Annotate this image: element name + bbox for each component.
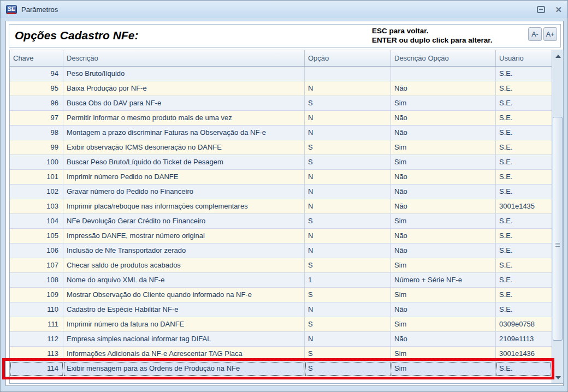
column-header-descricao-opcao[interactable]: Descrição Opção xyxy=(391,50,496,66)
cell-opcao: S xyxy=(305,214,391,229)
cell-opcao: N xyxy=(305,199,391,214)
table-row[interactable]: 101Imprimir número Pedido no DANFENNãoS.… xyxy=(10,170,552,185)
table-row[interactable]: 112Empresa simples nacional informar tag… xyxy=(10,332,552,347)
cell-descricao-opcao: Não xyxy=(391,243,496,258)
hint-esc: ESC para voltar. xyxy=(372,26,493,35)
page-title: Opções Cadastro NFe: xyxy=(15,29,138,42)
cell-descricao: Informações Adicionais da NF-e Acrescent… xyxy=(63,347,305,361)
cell-descricao: Nome do arquivo XML da NF-e xyxy=(63,273,305,288)
table-row[interactable]: 113Informações Adicionais da NF-e Acresc… xyxy=(10,347,552,361)
cell-opcao: S xyxy=(305,347,391,361)
cell-descricao: Exibir mensagem para as Ordens de Produç… xyxy=(63,361,305,376)
table-row[interactable]: 104NFe Devolução Gerar Crédito no Financ… xyxy=(10,214,552,229)
cell-opcao: S xyxy=(305,288,391,302)
cell-chave: 104 xyxy=(10,214,63,229)
keyboard-hints: ESC para voltar. ENTER ou duplo click pa… xyxy=(372,26,493,45)
cell-opcao: N xyxy=(305,126,391,140)
table-row[interactable]: 102Gravar número do Pedido no Financeiro… xyxy=(10,185,552,199)
table-row[interactable]: 97Permitir informar o mesmo produto mais… xyxy=(10,111,552,126)
table-row[interactable]: 100Buscar Peso Bruto/Líquido do Ticket d… xyxy=(10,155,552,170)
cell-usuario: S.E. xyxy=(496,140,552,155)
cell-usuario: S.E. xyxy=(496,273,552,288)
cell-descricao: Cadastro de Espécie Habilitar NF-e xyxy=(63,302,305,317)
column-header-chave[interactable]: Chave xyxy=(10,50,63,66)
cell-opcao: S xyxy=(305,317,391,332)
table-row[interactable]: 99Exibir observação ICMS desoneração no … xyxy=(10,140,552,155)
scrollbar-down-button[interactable] xyxy=(553,372,563,383)
cell-chave: 100 xyxy=(10,155,63,170)
cell-chave: 99 xyxy=(10,140,63,155)
table-row[interactable]: 105Impressão DANFE, mostrar número origi… xyxy=(10,229,552,243)
table-row[interactable]: 114Exibir mensagem para as Ordens de Pro… xyxy=(10,361,552,376)
table-row[interactable]: 106Inclusão de Nfe Transportador zeradoN… xyxy=(10,243,552,258)
cell-chave: 98 xyxy=(10,126,63,140)
scrollbar-thumb[interactable] xyxy=(553,117,563,341)
restore-window-button[interactable] xyxy=(537,6,545,13)
table-row[interactable]: 94Peso Bruto/líquidoS.E. xyxy=(10,67,552,81)
cell-chave: 96 xyxy=(10,96,63,111)
cell-descricao-opcao: Sim xyxy=(391,317,496,332)
cell-descricao-opcao xyxy=(391,67,496,81)
close-window-button[interactable]: ✕ xyxy=(555,5,562,14)
cell-usuario: S.E. xyxy=(496,288,552,302)
cell-opcao: N xyxy=(305,302,391,317)
cell-descricao: Busca Obs do DAV para NF-e xyxy=(63,96,305,111)
cell-chave: 110 xyxy=(10,302,63,317)
cell-opcao: S xyxy=(305,361,391,376)
grid-body: 94Peso Bruto/líquidoS.E.95Baixa Produção… xyxy=(10,67,552,376)
cell-usuario: 2109e1113 xyxy=(496,332,552,347)
cell-chave: 102 xyxy=(10,185,63,199)
cell-opcao: N xyxy=(305,111,391,126)
table-row[interactable]: 103Imprimir placa/reboque nas informaçõe… xyxy=(10,199,552,214)
cell-chave: 113 xyxy=(10,347,63,361)
cell-opcao: S xyxy=(305,258,391,273)
hint-enter: ENTER ou duplo click para alterar. xyxy=(372,35,493,45)
cell-usuario: S.E. xyxy=(496,229,552,243)
scrollbar-up-button[interactable] xyxy=(553,51,563,61)
cell-opcao: N xyxy=(305,243,391,258)
column-header-usuario[interactable]: Usuário xyxy=(496,50,552,66)
table-row[interactable]: 111Imprimir número da fatura no DANFESSi… xyxy=(10,317,552,332)
grid-header-row: Chave Descrição Opção Descrição Opção Us… xyxy=(10,50,552,67)
cell-descricao: Empresa simples nacional informar tag DI… xyxy=(63,332,305,347)
cell-opcao: N xyxy=(305,170,391,185)
cell-usuario: S.E. xyxy=(496,170,552,185)
cell-opcao: N xyxy=(305,81,391,96)
column-header-opcao[interactable]: Opção xyxy=(305,50,391,66)
table-row[interactable]: 96Busca Obs do DAV para NF-eSSimS.E. xyxy=(10,96,552,111)
table-row[interactable]: 110Cadastro de Espécie Habilitar NF-eNNã… xyxy=(10,302,552,317)
cell-opcao: S xyxy=(305,140,391,155)
table-row[interactable]: 95Baixa Produção por NF-eNNãoS.E. xyxy=(10,81,552,96)
app-logo-icon: SE xyxy=(6,5,17,14)
cell-opcao: N xyxy=(305,229,391,243)
cell-chave: 107 xyxy=(10,258,63,273)
cell-descricao: Montagem a prazo discriminar Faturas na … xyxy=(63,126,305,140)
cell-descricao-opcao: Sim xyxy=(391,214,496,229)
cell-descricao-opcao: Não xyxy=(391,302,496,317)
vertical-scrollbar[interactable] xyxy=(552,50,563,383)
cell-opcao: 1 xyxy=(305,273,391,288)
cell-descricao-opcao: Sim xyxy=(391,155,496,170)
parameters-grid: Chave Descrição Opção Descrição Opção Us… xyxy=(9,50,564,384)
cell-usuario: S.E. xyxy=(496,111,552,126)
cell-descricao-opcao: Número + Série NF-e xyxy=(391,273,496,288)
cell-descricao: Inclusão de Nfe Transportador zerado xyxy=(63,243,305,258)
cell-usuario: S.E. xyxy=(496,81,552,96)
table-row[interactable]: 107Checar saldo de produtos acabadosSSim… xyxy=(10,258,552,273)
font-increase-button[interactable]: A+ xyxy=(543,27,557,41)
cell-usuario: S.E. xyxy=(496,214,552,229)
column-header-descricao[interactable]: Descrição xyxy=(63,50,305,66)
cell-opcao: S xyxy=(305,155,391,170)
cell-descricao-opcao: Sim xyxy=(391,288,496,302)
cell-opcao: N xyxy=(305,332,391,347)
cell-usuario: S.E. xyxy=(496,67,552,81)
cell-chave: 114 xyxy=(10,361,63,376)
cell-descricao: Buscar Peso Bruto/Líquido do Ticket de P… xyxy=(63,155,305,170)
font-decrease-button[interactable]: A- xyxy=(528,27,542,41)
table-row[interactable]: 109Mostrar Observação do Cliente quando … xyxy=(10,288,552,302)
cell-opcao: S xyxy=(305,96,391,111)
table-row[interactable]: 108Nome do arquivo XML da NF-e1Número + … xyxy=(10,273,552,288)
table-row[interactable]: 98Montagem a prazo discriminar Faturas n… xyxy=(10,126,552,140)
cell-descricao-opcao: Não xyxy=(391,81,496,96)
cell-chave: 105 xyxy=(10,229,63,243)
